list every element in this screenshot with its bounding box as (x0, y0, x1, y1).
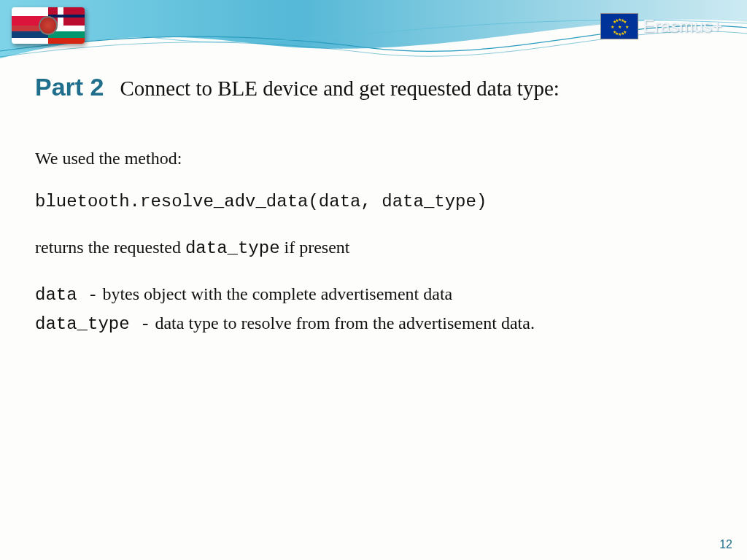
part-label: Part 2 (35, 73, 104, 101)
slide-body: We used the method: bluetooth.resolve_ad… (35, 145, 712, 338)
slide-title: Connect to BLE device and get requested … (120, 77, 560, 101)
badge-center-emblem (39, 16, 58, 35)
param2-line: data_type - data type to resolve from fr… (35, 310, 712, 338)
page-number: 12 (719, 538, 732, 551)
slide-content: Part 2 Connect to BLE device and get req… (35, 73, 712, 348)
param2-code: data_type - (35, 314, 150, 334)
param1-line: data - bytes object with the complete ad… (35, 281, 712, 308)
erasmus-logo: Erasmus+ (600, 13, 722, 39)
intro-text: We used the method: (35, 145, 712, 171)
returns-prefix: returns the requested (35, 238, 185, 257)
returns-suffix: if present (280, 238, 350, 257)
param1-desc: bytes object with the complete advertise… (98, 284, 452, 303)
returns-line: returns the requested data_type if prese… (35, 234, 712, 262)
title-row: Part 2 Connect to BLE device and get req… (35, 73, 712, 101)
param1-code: data - (35, 285, 98, 305)
param2-desc: data type to resolve from from the adver… (150, 314, 534, 332)
partner-flags-badge (12, 7, 85, 44)
program-name: Erasmus+ (643, 16, 722, 36)
eu-flag-icon (600, 13, 638, 39)
returns-code: data_type (185, 238, 280, 258)
method-signature: bluetooth.resolve_adv_data(data, data_ty… (35, 192, 487, 211)
